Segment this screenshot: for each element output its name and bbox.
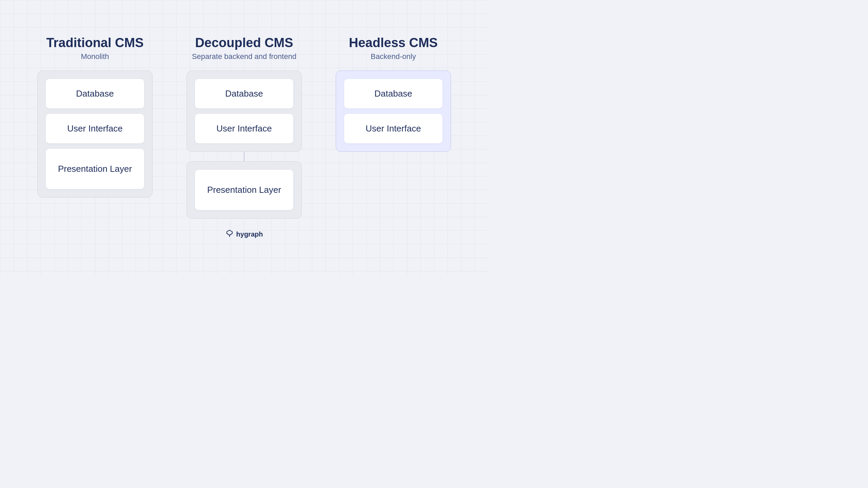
logo-icon bbox=[225, 229, 234, 239]
headless-user-interface: User Interface bbox=[344, 114, 442, 143]
traditional-title: Traditional CMS bbox=[46, 35, 143, 51]
logo-text: hygraph bbox=[236, 230, 263, 238]
decoupled-bottom-box: Presentation Layer bbox=[186, 161, 302, 219]
traditional-presentation-layer: Presentation Layer bbox=[46, 149, 144, 189]
connector-line bbox=[244, 152, 244, 161]
columns-container: Traditional CMS Monolith Database User I… bbox=[0, 35, 488, 219]
traditional-subtitle: Monolith bbox=[46, 52, 143, 61]
headless-title: Headless CMS bbox=[349, 35, 438, 51]
column-traditional: Traditional CMS Monolith Database User I… bbox=[20, 35, 170, 198]
logo-area: hygraph bbox=[225, 229, 263, 239]
headless-database: Database bbox=[344, 79, 442, 108]
headless-header: Headless CMS Backend-only bbox=[349, 35, 438, 61]
main-content: Traditional CMS Monolith Database User I… bbox=[0, 35, 488, 239]
decoupled-title: Decoupled CMS bbox=[192, 35, 296, 51]
decoupled-database: Database bbox=[195, 79, 293, 108]
decoupled-top-box: Database User Interface bbox=[186, 70, 302, 152]
traditional-user-interface: User Interface bbox=[46, 114, 144, 143]
decoupled-user-interface: User Interface bbox=[195, 114, 293, 143]
decoupled-header: Decoupled CMS Separate backend and front… bbox=[192, 35, 296, 61]
traditional-box: Database User Interface Presentation Lay… bbox=[37, 70, 153, 198]
traditional-database: Database bbox=[46, 79, 144, 108]
column-decoupled: Decoupled CMS Separate backend and front… bbox=[170, 35, 319, 219]
decoupled-wrapper: Database User Interface Presentation Lay… bbox=[186, 70, 302, 219]
column-headless: Headless CMS Backend-only Database User … bbox=[319, 35, 468, 152]
headless-box: Database User Interface bbox=[336, 70, 451, 152]
traditional-header: Traditional CMS Monolith bbox=[46, 35, 143, 61]
decoupled-subtitle: Separate backend and frontend bbox=[192, 52, 296, 61]
decoupled-presentation-layer: Presentation Layer bbox=[195, 170, 293, 210]
headless-subtitle: Backend-only bbox=[349, 52, 438, 61]
